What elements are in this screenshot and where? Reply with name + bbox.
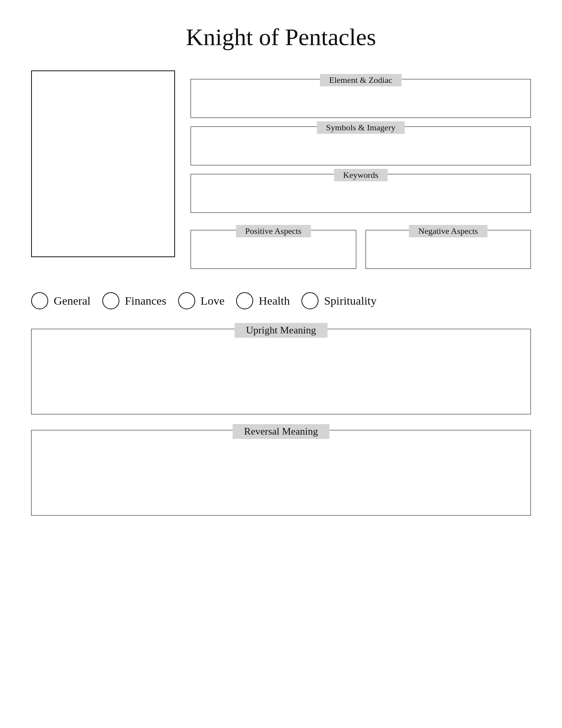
top-section: Element & Zodiac Symbols & Imagery Keywo… <box>31 70 531 269</box>
element-zodiac-box: Element & Zodiac <box>191 79 531 118</box>
radio-general-label: General <box>54 294 91 307</box>
radio-finances-label: Finances <box>125 294 166 307</box>
keywords-box: Keywords <box>191 174 531 213</box>
element-zodiac-label: Element & Zodiac <box>320 74 402 86</box>
radio-general[interactable] <box>31 292 48 309</box>
radio-health-label: Health <box>259 294 290 307</box>
right-panels: Element & Zodiac Symbols & Imagery Keywo… <box>191 70 531 269</box>
radio-health[interactable] <box>236 292 253 309</box>
radio-item-health: Health <box>236 292 290 309</box>
negative-aspects-box: Negative Aspects <box>366 230 531 269</box>
radio-finances[interactable] <box>102 292 119 309</box>
page-title: Knight of Pentacles <box>31 23 531 51</box>
radio-love[interactable] <box>178 292 195 309</box>
aspects-pair: Positive Aspects Negative Aspects <box>191 221 531 269</box>
radio-section: General Finances Love Health Spiritualit… <box>31 288 531 313</box>
negative-aspects-label: Negative Aspects <box>409 225 487 237</box>
radio-spirituality-label: Spirituality <box>324 294 376 307</box>
card-image-box <box>31 70 175 257</box>
reversal-meaning-label: Reversal Meaning <box>233 424 330 439</box>
reversal-meaning-content <box>32 430 530 508</box>
symbols-imagery-label: Symbols & Imagery <box>317 121 404 134</box>
radio-item-spirituality: Spirituality <box>301 292 376 309</box>
upright-meaning-section: Upright Meaning <box>31 329 531 414</box>
symbols-imagery-box: Symbols & Imagery <box>191 126 531 165</box>
radio-item-general: General <box>31 292 91 309</box>
radio-item-love: Love <box>178 292 225 309</box>
upright-meaning-content <box>32 329 530 407</box>
radio-spirituality[interactable] <box>301 292 319 309</box>
positive-aspects-label: Positive Aspects <box>236 225 311 237</box>
keywords-label: Keywords <box>334 169 387 181</box>
upright-meaning-label: Upright Meaning <box>235 323 328 338</box>
radio-love-label: Love <box>201 294 225 307</box>
reversal-meaning-section: Reversal Meaning <box>31 430 531 516</box>
radio-item-finances: Finances <box>102 292 166 309</box>
positive-aspects-box: Positive Aspects <box>191 230 356 269</box>
